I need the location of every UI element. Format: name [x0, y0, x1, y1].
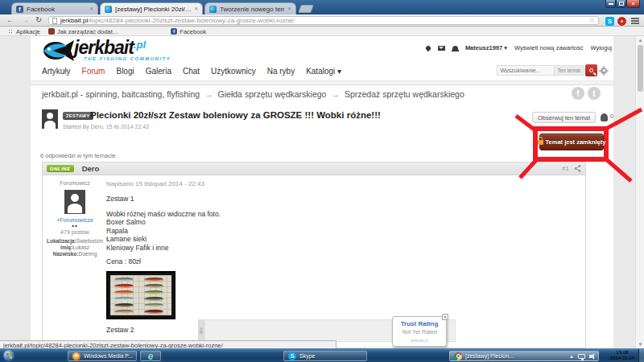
author-last-name: Nazwisko:Doering — [46, 251, 104, 257]
nav-galeria[interactable]: Galeria — [146, 67, 171, 76]
lure — [114, 284, 134, 288]
trust-site: jerkbait.pl — [393, 338, 446, 343]
topic-prefix-badge[interactable]: ZESTAWY — [63, 112, 93, 120]
post-line: Wobki różnej maści widoczne na foto. — [106, 210, 557, 219]
tab-facebook[interactable]: f Facebook × — [11, 2, 98, 14]
post-line: Boxer Salmo — [106, 218, 557, 227]
clock-time: 19:08 — [610, 350, 634, 356]
close-button[interactable]: × — [626, 0, 640, 8]
post-author-link[interactable]: Dero — [82, 164, 100, 173]
site-logo[interactable]: jerkbait .pl THE FISHING COMMUNITY — [42, 39, 146, 63]
logout-link[interactable]: Wyloguj — [590, 44, 612, 51]
notifications-bell-icon[interactable] — [452, 46, 458, 51]
maximize-button[interactable] — [616, 0, 626, 8]
trust-status: Not Yet Rated — [393, 329, 446, 335]
scrollbar-thumb[interactable] — [638, 45, 643, 92]
breadcrumb-sprzedaz[interactable]: Sprzedaż sprzętu wędkarskiego — [345, 89, 464, 99]
scroll-up-icon[interactable]: ▲ — [636, 36, 644, 44]
topic-closed-button[interactable]: Temat jest zamknięty — [539, 134, 604, 150]
breadcrumb-forum-root[interactable]: jerkbait.pl - spinning, baitcasting, fly… — [42, 89, 200, 99]
lure — [114, 310, 134, 314]
nav-forum[interactable]: Forum — [82, 67, 105, 76]
location-pin-icon[interactable] — [425, 44, 431, 51]
show-desktop-button[interactable] — [638, 349, 644, 362]
tray-expand-icon[interactable]: ▲ — [569, 354, 574, 359]
speaker-icon[interactable] — [589, 355, 592, 358]
bookmark-star-icon[interactable]: ☆ — [588, 17, 595, 24]
breadcrumb-gielda[interactable]: Giełda sprzętu wędkarskiego — [218, 89, 327, 99]
post-share-icon[interactable] — [574, 165, 581, 172]
chrome-menu-icon[interactable] — [631, 18, 639, 24]
nav-katalogi[interactable]: Katalogi ▾ — [306, 67, 341, 76]
nav-uzytkownicy[interactable]: Użytkownicy — [211, 67, 256, 76]
tab-close-icon[interactable]: × — [89, 6, 93, 12]
taskbar-button-label: [zestawy] Plecion... — [465, 353, 514, 359]
extension-icon[interactable] — [617, 17, 626, 26]
browser-titlebar: f Facebook × [zestawy] Plecionki 20zł/… … — [0, 0, 644, 14]
nav-chat[interactable]: Chat — [183, 67, 200, 76]
gear-icon[interactable] — [601, 68, 607, 74]
trust-rating-popup: Trust Rating Not Yet Rated jerkbait.pl × — [392, 316, 447, 347]
back-icon[interactable]: ← — [6, 16, 14, 24]
tab-new-topic[interactable]: Tworzenie nowego tema… × — [204, 2, 296, 14]
reload-icon[interactable]: ↻ — [35, 16, 42, 24]
bookmark-item[interactable]: Jak zarządzać dodat… — [48, 28, 118, 35]
lure — [144, 297, 163, 301]
taskbar-button-label: Skype — [299, 353, 315, 359]
bookmark-favicon — [48, 28, 55, 35]
search-area: Ten temat — [497, 64, 607, 76]
taskbar-ie-button[interactable]: e — [140, 351, 161, 361]
post-number[interactable]: #1 — [562, 165, 569, 172]
taskbar-wmp-button[interactable]: Windows Media P... — [68, 351, 137, 361]
tab-close-icon[interactable]: × — [194, 6, 198, 12]
post-author-avatar[interactable] — [64, 190, 85, 214]
nav-artykuly[interactable]: Artykuły — [42, 67, 71, 76]
taskbar-skype-button[interactable]: S Skype — [283, 351, 367, 361]
search-input[interactable] — [497, 65, 555, 76]
scrollbar[interactable]: ▲ ▼ — [635, 36, 644, 348]
taskbar-clock[interactable]: 19:08 2014-11-24 — [610, 350, 634, 361]
apps-grid-icon — [8, 29, 14, 35]
facebook-share-icon[interactable]: f — [572, 87, 584, 100]
bookmark-facebook[interactable]: f Facebook — [171, 28, 206, 35]
lure — [144, 310, 163, 314]
twitter-share-icon[interactable]: t — [588, 87, 601, 100]
bookmark-apps[interactable]: Aplikacje — [8, 28, 40, 35]
follow-topic-button[interactable]: Obserwuj ten temat — [532, 112, 596, 123]
breadcrumb: jerkbait.pl - spinning, baitcasting, fly… — [42, 89, 464, 99]
topic-author-avatar[interactable] — [42, 109, 58, 129]
search-icon — [589, 68, 593, 72]
tab-topic-active[interactable]: [zestawy] Plecionki 20zł/… × — [100, 2, 203, 14]
new-content-link[interactable]: Wyświetl nową zawartość — [514, 44, 583, 51]
followers-count: 0 — [610, 113, 613, 119]
author-first-name: Imię:Łukasz — [46, 245, 104, 251]
messages-envelope-icon[interactable] — [438, 46, 445, 51]
trust-close-icon[interactable]: × — [442, 314, 448, 320]
logo-tagline: THE FISHING COMMUNITY — [84, 56, 171, 61]
tab-close-icon[interactable]: × — [287, 6, 291, 12]
address-bar[interactable]: jerkbait.pl/topic/48284-plecionki-20zlsz… — [48, 16, 599, 25]
skype-icon: S — [288, 352, 296, 360]
new-tab-button[interactable] — [298, 5, 314, 13]
bookmark-label: Aplikacje — [16, 28, 40, 35]
search-scope-select[interactable]: Ten temat — [555, 65, 584, 76]
username-menu[interactable]: Mateusz1997 ▾ — [465, 44, 507, 51]
minimize-button[interactable] — [605, 0, 616, 8]
search-button[interactable] — [585, 64, 597, 76]
lure — [114, 278, 134, 282]
network-icon[interactable] — [578, 354, 585, 359]
lures-photo[interactable] — [106, 271, 175, 319]
scroll-down-icon[interactable]: ▼ — [636, 340, 644, 348]
skype-extension-icon[interactable]: S — [605, 17, 614, 26]
main-nav: Artykuły Forum Blogi Galeria Chat Użytko… — [42, 67, 341, 76]
breadcrumb-arrow: → — [331, 89, 340, 99]
taskbar-button-label: Windows Media P... — [84, 353, 133, 359]
tab-title: Tworzenie nowego tema… — [220, 6, 284, 13]
breadcrumb-arrow: → — [204, 89, 213, 99]
start-button[interactable] — [3, 350, 14, 361]
forward-icon[interactable]: → — [21, 16, 29, 24]
nav-blogi[interactable]: Blogi — [116, 67, 134, 76]
lure — [114, 297, 134, 301]
url-domain: jerkbait.pl — [60, 17, 88, 24]
nav-na-ryby[interactable]: Na ryby — [267, 67, 295, 76]
